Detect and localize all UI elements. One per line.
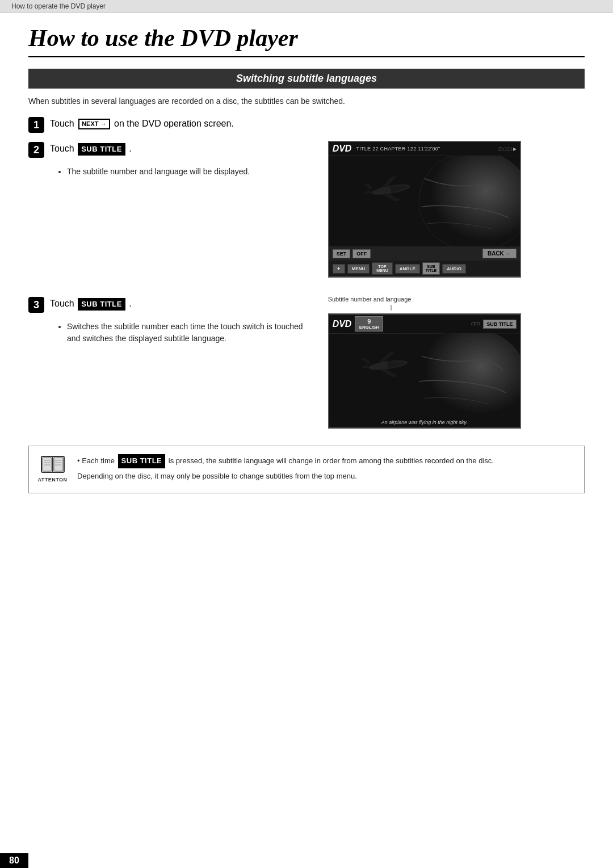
dvd-btn-arrow[interactable]: ✦ (333, 264, 345, 274)
page-number-bar: 80 (0, 853, 613, 868)
subtitle-number-label: Subtitle number and language (328, 296, 585, 303)
svg-rect-19 (54, 458, 63, 471)
sub-title-badge-note: SUB TITLE (118, 454, 166, 468)
dvd-scene-svg-2 (329, 333, 520, 418)
dvd-screen-2-header: DVD 9 ENGLISH □□□ SUB TITLE (329, 315, 520, 333)
page-title: How to use the DVD player (28, 24, 585, 57)
step-1-number: 1 (28, 117, 44, 133)
step-3-bullet-1: Switches the subtitle number each time t… (67, 321, 311, 345)
step-2-number: 2 (28, 142, 44, 158)
dvd-btn-back[interactable]: BACK ← (482, 249, 517, 258)
svg-point-10 (413, 333, 520, 418)
intro-text: When subtitles in several languages are … (28, 97, 585, 106)
breadcrumb: How to operate the DVD player (0, 0, 613, 13)
step-3-text: Touch SUB TITLE . (50, 296, 132, 311)
dvd-btn-audio[interactable]: AUDIO (442, 264, 466, 274)
step-2-text: Touch SUB TITLE . (50, 141, 132, 156)
sub-title-badge-step2: SUB TITLE (78, 143, 125, 156)
dvd-screen-2-image (329, 333, 520, 418)
dvd-icon-area: ☖ □□□ ▶ (498, 146, 517, 152)
step-1: 1 Touch NEXT → on the DVD operation scre… (28, 116, 585, 133)
step-1-text: Touch NEXT → on the DVD operation screen… (50, 116, 234, 130)
step-2-instruction: The subtitle number and language will be… (50, 166, 311, 178)
dvd-screen-1-image (329, 156, 520, 246)
page-number: 80 (0, 853, 28, 868)
subtitle-indicator: | (391, 304, 585, 311)
dvd-btn-set[interactable]: SET (333, 249, 351, 258)
dvd2-track-num: 9 (358, 318, 380, 325)
step-2-bullets: The subtitle number and language will be… (67, 166, 311, 178)
dvd-label-1: DVD (333, 144, 352, 154)
attenton-icon-block: ATTENTON (37, 454, 68, 483)
step-3-number: 3 (28, 297, 44, 313)
dvd2-caption: An airplane was flying in the night sky. (329, 418, 520, 427)
sub-title-badge-step3: SUB TITLE (78, 298, 125, 311)
dvd-btn-row-2: ✦ MENU TOPMENU ANGLE SUBTITLE AUDIO (329, 261, 520, 276)
note-bullet-1: • Each time SUB TITLE is pressed, the su… (77, 454, 494, 468)
dvd2-dots: □□□ (472, 321, 480, 326)
svg-rect-18 (43, 458, 52, 471)
svg-point-1 (419, 156, 520, 246)
book-icon (40, 454, 65, 475)
dvd2-track-lang: ENGLISH (358, 325, 380, 330)
dvd2-subtitle-badge: SUB TITLE (483, 320, 517, 329)
dvd-btn-subtitlerow1[interactable]: SUBTITLE (422, 262, 440, 275)
dvd-btn-off[interactable]: OFF (352, 249, 371, 258)
step-3: 3 Touch SUB TITLE . (28, 296, 311, 313)
step-2: 2 Touch SUB TITLE . (28, 141, 311, 158)
dvd-controls-1: SET OFF BACK ← (329, 246, 520, 261)
attenton-label: ATTENTON (37, 477, 67, 483)
dvd-screen-1-header: DVD TITLE 22 CHAPTER 122 11'22'00" ☖ □□□… (329, 142, 520, 156)
step-2-bullet-1: The subtitle number and language will be… (67, 166, 311, 178)
dvd-scene-svg-1 (329, 156, 520, 246)
note-text: • Each time SUB TITLE is pressed, the su… (77, 454, 494, 485)
section-title: Switching subtitle languages (28, 69, 585, 89)
dvd-btn-angle[interactable]: ANGLE (395, 264, 420, 274)
note-box: ATTENTON • Each time SUB TITLE is presse… (28, 446, 585, 493)
dvd-screen-1: DVD TITLE 22 CHAPTER 122 11'22'00" ☖ □□□… (328, 141, 521, 278)
dvd-btn-menu[interactable]: MENU (347, 264, 370, 274)
step-3-bullets: Switches the subtitle number each time t… (67, 321, 311, 345)
dvd-btn-topmenu[interactable]: TOPMENU (372, 262, 393, 275)
next-icon: NEXT → (78, 119, 110, 129)
note-bullet-2: Depending on the disc, it may only be po… (77, 471, 494, 483)
step-3-instruction: Switches the subtitle number each time t… (50, 321, 311, 345)
dvd2-track: 9 ENGLISH (355, 316, 383, 332)
dvd-label-2: DVD (333, 319, 352, 329)
dvd-info-text: TITLE 22 CHAPTER 122 11'22'00" (356, 146, 440, 152)
dvd-screen-2: DVD 9 ENGLISH □□□ SUB TITLE (328, 313, 521, 429)
